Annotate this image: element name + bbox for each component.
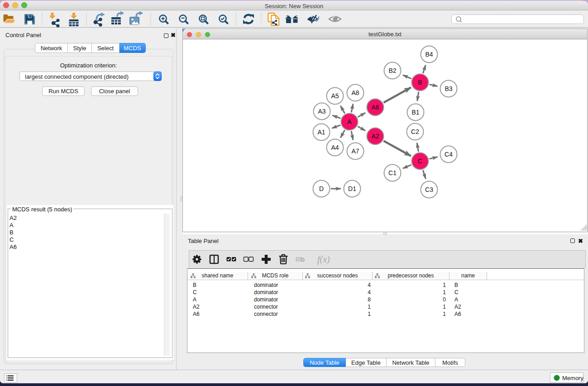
svg-text:A8: A8: [351, 89, 359, 96]
svg-text:C4: C4: [445, 151, 453, 158]
svg-text:A7: A7: [351, 148, 359, 155]
svg-text:D: D: [319, 185, 324, 192]
svg-text:B1: B1: [411, 109, 419, 116]
svg-text:A5: A5: [331, 92, 339, 100]
svg-text:B3: B3: [445, 85, 452, 92]
svg-text:B: B: [418, 79, 422, 86]
svg-text:C2: C2: [411, 128, 419, 135]
svg-text:A3: A3: [318, 108, 325, 115]
svg-text:A6: A6: [371, 104, 379, 111]
svg-text:C1: C1: [388, 169, 397, 176]
svg-text:A2: A2: [371, 133, 379, 140]
svg-text:A4: A4: [331, 144, 339, 151]
svg-text:C3: C3: [425, 186, 433, 193]
svg-text:f(x): f(x): [317, 254, 330, 265]
svg-text:C: C: [418, 157, 422, 165]
svg-text:B2: B2: [388, 67, 396, 74]
svg-text:A1: A1: [317, 129, 325, 136]
svg-text:B4: B4: [425, 51, 433, 58]
svg-text:A: A: [347, 118, 352, 125]
svg-text:D1: D1: [348, 185, 356, 192]
